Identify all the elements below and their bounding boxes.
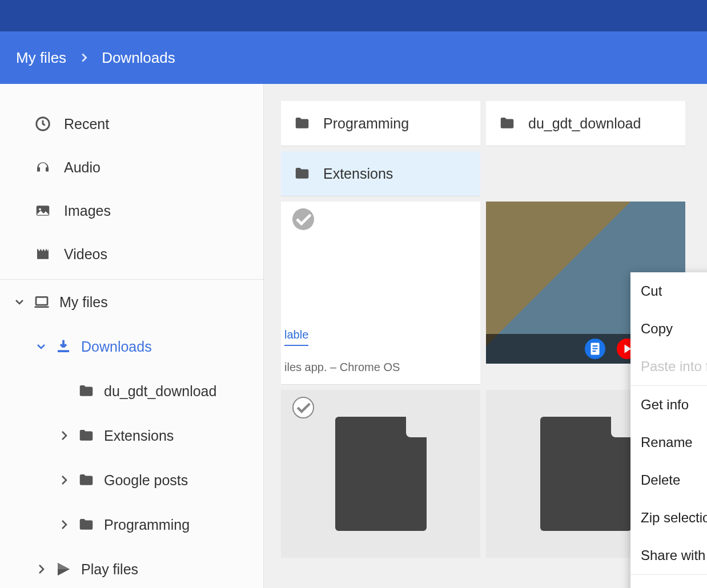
tree-item-child[interactable]: du_gdt_download: [0, 369, 263, 413]
svg-rect-3: [36, 297, 47, 305]
chevron-right-icon[interactable]: [57, 473, 71, 487]
clock-icon: [34, 115, 51, 132]
image-icon: [34, 202, 51, 219]
menu-item-label: Get info: [641, 397, 689, 413]
download-icon: [55, 338, 72, 355]
sidebar-item-label: Audio: [64, 159, 101, 176]
play-icon: [55, 561, 72, 578]
chevron-right-icon[interactable]: [57, 429, 71, 442]
tree-item-child[interactable]: Extensions: [0, 413, 263, 458]
file-card[interactable]: [281, 390, 480, 558]
file-card-subtext: iles app. – Chrome OS: [284, 361, 477, 374]
docs-icon: [585, 339, 605, 359]
headphones-icon: [34, 159, 51, 176]
tree-item-child[interactable]: Programming: [0, 502, 263, 547]
chevron-right-icon[interactable]: [57, 518, 71, 531]
check-icon[interactable]: [292, 208, 314, 230]
folder-card[interactable]: Programming: [281, 101, 480, 146]
document-thumbnail-icon: [540, 417, 632, 531]
menu-item-label: Paste into folder: [641, 359, 707, 374]
tree-item-label: Extensions: [104, 428, 174, 444]
breadcrumb-current: Downloads: [102, 49, 175, 67]
svg-rect-6: [593, 345, 598, 347]
folder-icon: [78, 472, 95, 489]
folder-icon: [499, 115, 516, 132]
sidebar-item-label: Recent: [64, 116, 109, 132]
breadcrumb: My files Downloads: [0, 31, 707, 84]
sidebar: Recent Audio Images Videos My files Down…: [0, 84, 264, 588]
svg-rect-4: [58, 350, 69, 352]
menu-item-share-linux[interactable]: Share with Linux: [630, 537, 707, 574]
folder-icon: [294, 115, 311, 132]
menu-item-paste-into-folder: Paste into folder: [630, 348, 707, 385]
folder-card-selected[interactable]: Extensions: [281, 151, 480, 196]
tree-item-my-files[interactable]: My files: [0, 280, 263, 324]
sidebar-item-audio[interactable]: Audio: [0, 146, 263, 189]
menu-item-new-folder[interactable]: New folder Ctrl+E: [630, 575, 707, 588]
menu-item-label: Zip selection: [641, 510, 707, 526]
folder-card-label: Programming: [323, 115, 409, 132]
folder-icon: [78, 382, 95, 400]
context-menu: Cut Ctrl+X Copy Ctrl+C Paste into folder…: [630, 272, 707, 588]
file-card-link[interactable]: lable: [284, 328, 308, 346]
tree-item-label: Downloads: [81, 339, 152, 355]
document-thumbnail-icon: [335, 417, 427, 531]
menu-item-get-info[interactable]: Get info Space: [630, 386, 707, 424]
folder-card[interactable]: du_gdt_download: [486, 101, 685, 146]
folder-card-label: Extensions: [323, 166, 393, 182]
breadcrumb-root[interactable]: My files: [16, 49, 66, 67]
menu-item-label: Rename: [641, 434, 693, 450]
chevron-right-icon[interactable]: [34, 562, 48, 576]
film-icon: [34, 245, 51, 263]
check-icon[interactable]: [292, 397, 314, 418]
sidebar-item-label: Videos: [64, 246, 107, 263]
laptop-icon: [33, 293, 50, 311]
sidebar-item-recent[interactable]: Recent: [0, 102, 263, 146]
folder-icon: [294, 165, 311, 182]
window-top-strip: [0, 0, 707, 31]
folder-icon: [78, 427, 95, 444]
menu-item-delete[interactable]: Delete Alt+Backspace: [630, 461, 707, 499]
tree-item-downloads[interactable]: Downloads: [0, 324, 263, 369]
menu-item-label: Delete: [641, 472, 680, 488]
sidebar-item-images[interactable]: Images: [0, 189, 263, 232]
menu-item-rename[interactable]: Rename Ctrl+Enter: [630, 424, 707, 461]
sidebar-item-label: Images: [64, 203, 111, 219]
folder-card-label: du_gdt_download: [528, 115, 641, 132]
menu-item-copy[interactable]: Copy Ctrl+C: [630, 310, 707, 348]
folder-icon: [78, 516, 95, 533]
svg-rect-8: [593, 351, 596, 352]
tree-item-label: My files: [59, 294, 108, 311]
svg-rect-7: [593, 348, 598, 349]
tree-item-play-files[interactable]: Play files: [0, 547, 263, 588]
menu-item-cut[interactable]: Cut Ctrl+X: [630, 272, 707, 310]
chevron-right-icon: [78, 51, 90, 64]
tree-item-label: Google posts: [104, 472, 188, 489]
sidebar-item-videos[interactable]: Videos: [0, 232, 263, 276]
menu-item-label: Copy: [641, 321, 673, 337]
menu-item-label: Share with Linux: [641, 547, 707, 563]
chevron-down-icon[interactable]: [34, 340, 48, 353]
tree-item-label: Play files: [81, 561, 138, 578]
expander-placeholder: [57, 384, 71, 398]
menu-item-label: Cut: [641, 283, 662, 299]
chevron-down-icon[interactable]: [13, 295, 26, 309]
menu-item-zip-selection[interactable]: Zip selection: [630, 499, 707, 537]
tree-item-label: du_gdt_download: [104, 383, 216, 400]
svg-point-2: [39, 208, 41, 211]
menu-item-label: New folder: [641, 586, 706, 588]
file-card[interactable]: lable iles app. – Chrome OS: [281, 202, 480, 384]
tree-item-child[interactable]: Google posts: [0, 458, 263, 502]
content-area: Programming du_gdt_download Extensions l…: [264, 84, 707, 588]
tree-item-label: Programming: [104, 517, 190, 533]
